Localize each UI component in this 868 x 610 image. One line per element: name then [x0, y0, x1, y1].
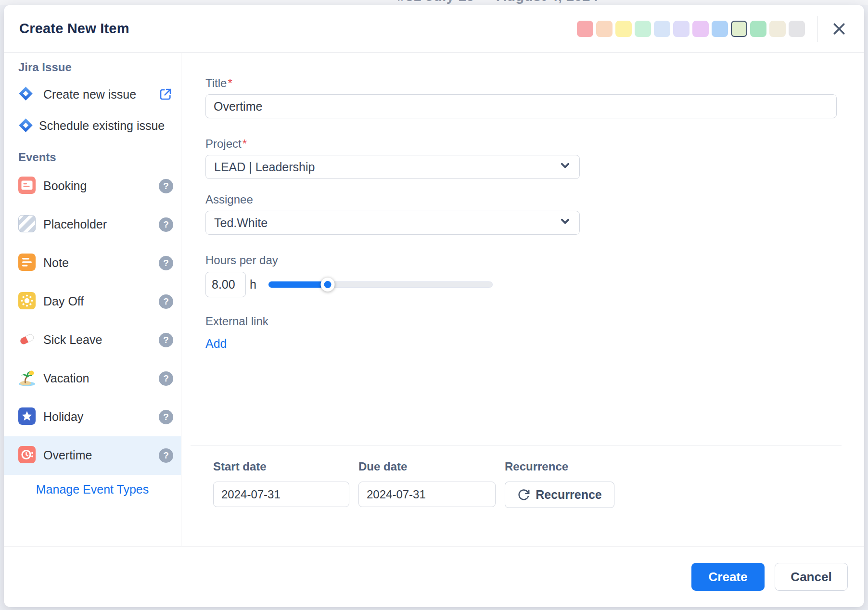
color-swatch[interactable] — [635, 21, 651, 37]
external-link-icon[interactable] — [158, 87, 173, 102]
create-new-item-dialog: Create New Item Jira Issue Create new is… — [4, 5, 864, 607]
overtime-clock-icon — [18, 446, 36, 465]
external-link-label: External link — [205, 315, 864, 328]
help-icon[interactable]: ? — [159, 256, 173, 270]
chevron-down-icon — [559, 215, 572, 231]
help-icon[interactable]: ? — [159, 217, 173, 232]
item-type-sidebar: Jira Issue Create new issue — [4, 53, 181, 546]
sidebar-item-placeholder[interactable]: Placeholder ? — [4, 205, 181, 244]
placeholder-icon — [18, 215, 36, 234]
slider-fill — [268, 281, 328, 288]
sidebar-item-label: Overtime — [43, 448, 92, 462]
schedule-section: Start date Due date Recurrence Recurrenc… — [191, 445, 842, 508]
due-date-input[interactable] — [358, 482, 496, 507]
help-icon[interactable]: ? — [159, 371, 173, 386]
dialog-body: Jira Issue Create new issue — [4, 53, 864, 546]
jira-section-title: Jira Issue — [18, 61, 181, 74]
assignee-select[interactable]: Ted.White — [205, 211, 580, 235]
dialog-footer: Create Cancel — [4, 546, 864, 607]
sidebar-item-holiday[interactable]: Holiday ? — [4, 398, 181, 436]
background-week-range: #31 July 29 — August 4, 2024 — [397, 0, 599, 4]
hours-slider[interactable] — [268, 278, 493, 292]
sidebar-item-label: Holiday — [43, 410, 83, 424]
project-select[interactable]: LEAD | Leadership — [205, 155, 580, 179]
color-swatch[interactable] — [673, 21, 689, 37]
sidebar-item-label: Day Off — [43, 294, 84, 308]
help-icon[interactable]: ? — [159, 410, 173, 424]
help-icon[interactable]: ? — [159, 333, 173, 347]
booking-icon — [18, 177, 36, 196]
hours-unit-label: h — [250, 278, 256, 292]
header-divider — [817, 16, 818, 42]
start-date-field: Start date — [213, 460, 349, 508]
chevron-down-icon — [559, 159, 572, 175]
required-asterisk: * — [243, 137, 247, 150]
sidebar-item-label: Booking — [43, 179, 87, 193]
dialog-header: Create New Item — [4, 5, 864, 53]
close-icon — [830, 20, 848, 38]
sidebar-item-schedule-existing-issue[interactable]: Schedule existing issue — [4, 112, 181, 138]
note-icon — [18, 254, 36, 273]
cancel-button[interactable]: Cancel — [775, 563, 848, 591]
color-swatch[interactable] — [712, 21, 728, 37]
slider-handle[interactable] — [321, 278, 335, 292]
color-swatch[interactable] — [789, 21, 805, 37]
manage-event-types-link[interactable]: Manage Event Types — [4, 483, 181, 496]
jira-icon — [18, 118, 33, 133]
color-swatch[interactable] — [731, 21, 747, 37]
help-icon[interactable]: ? — [159, 294, 173, 309]
sidebar-item-create-new-issue[interactable]: Create new issue — [4, 77, 181, 112]
sidebar-item-note[interactable]: Note ? — [4, 244, 181, 282]
title-input[interactable] — [205, 94, 837, 118]
start-date-label: Start date — [213, 460, 349, 473]
close-button[interactable] — [829, 18, 850, 39]
recurrence-button[interactable]: Recurrence — [505, 482, 614, 508]
jira-icon — [18, 86, 36, 103]
sidebar-item-day-off[interactable]: Day Off ? — [4, 282, 181, 321]
help-icon[interactable]: ? — [159, 448, 173, 463]
color-swatch[interactable] — [615, 21, 632, 37]
required-asterisk: * — [228, 76, 232, 89]
recurrence-cycle-icon — [517, 488, 530, 501]
hours-per-day-row: h — [205, 271, 864, 297]
star-icon — [18, 407, 36, 427]
color-swatch[interactable] — [654, 21, 670, 37]
sidebar-item-sick-leave[interactable]: Sick Leave ? — [4, 321, 181, 359]
color-swatch[interactable] — [750, 21, 766, 37]
recurrence-button-label: Recurrence — [536, 488, 602, 502]
form-panel: Title* Project* LEAD | Leadership Assign… — [181, 53, 864, 546]
create-button[interactable]: Create — [691, 563, 765, 591]
add-external-link[interactable]: Add — [205, 337, 227, 351]
sidebar-item-vacation[interactable]: Vacation ? — [4, 359, 181, 398]
sidebar-item-label: Vacation — [43, 371, 89, 385]
sidebar-item-label: Sick Leave — [43, 333, 102, 347]
color-swatches — [577, 21, 805, 37]
project-label: Project* — [205, 138, 864, 150]
title-label: Title* — [205, 77, 864, 89]
dialog-title: Create New Item — [19, 21, 129, 37]
project-select-value: LEAD | Leadership — [214, 160, 315, 174]
sidebar-item-label: Placeholder — [43, 217, 107, 231]
hours-per-day-label: Hours per day — [205, 254, 864, 267]
sidebar-item-label: Create new issue — [43, 88, 136, 102]
recurrence-label: Recurrence — [505, 460, 614, 473]
hours-input[interactable] — [205, 272, 246, 297]
due-date-label: Due date — [358, 460, 496, 473]
color-swatch[interactable] — [769, 21, 786, 37]
sidebar-item-label: Schedule existing issue — [39, 119, 165, 132]
start-date-input[interactable] — [213, 482, 349, 507]
sidebar-item-label: Note — [43, 256, 69, 270]
pill-icon — [18, 330, 36, 350]
help-icon[interactable]: ? — [159, 179, 173, 193]
events-section-title: Events — [18, 151, 181, 164]
due-date-field: Due date — [358, 460, 496, 508]
sidebar-item-overtime[interactable]: Overtime ? — [4, 436, 181, 475]
color-swatch[interactable] — [577, 21, 593, 37]
day-off-sun-icon — [18, 292, 36, 311]
assignee-label: Assignee — [205, 193, 864, 206]
color-swatch[interactable] — [596, 21, 613, 37]
sidebar-item-booking[interactable]: Booking ? — [4, 167, 181, 205]
color-swatch[interactable] — [692, 21, 709, 37]
beach-island-icon — [18, 369, 36, 388]
recurrence-field: Recurrence Recurrence — [505, 460, 614, 508]
